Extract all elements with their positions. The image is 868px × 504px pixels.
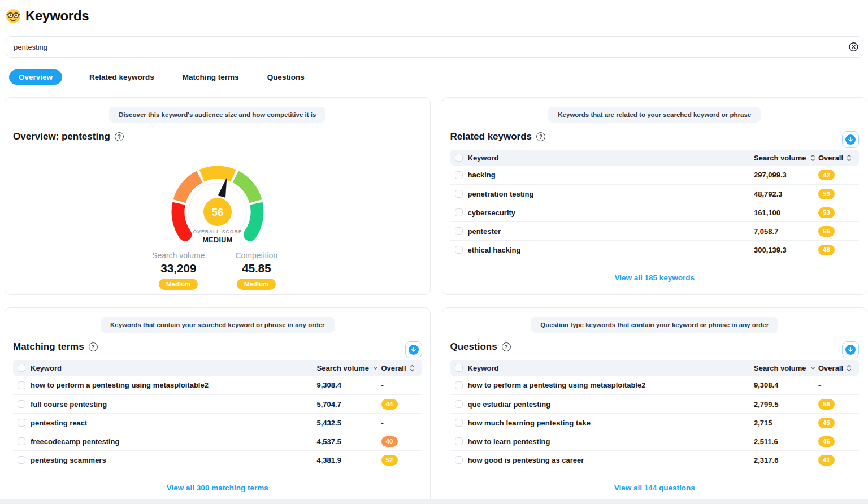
- overall-cell: 52: [381, 455, 422, 466]
- sort-icon[interactable]: [810, 154, 815, 162]
- search-volume-cell: 161,100: [754, 208, 818, 217]
- overall-score-badge: 40: [381, 436, 398, 447]
- table-row: cybersecurity161,10053: [450, 203, 860, 221]
- overall-cell: 42: [818, 170, 859, 180]
- row-checkbox[interactable]: [455, 190, 463, 198]
- overall-score-badge: 41: [818, 455, 835, 466]
- search-volume-cell: 9,308.4: [317, 381, 381, 389]
- search-volume-cell: 2,799.5: [754, 400, 818, 409]
- overall-score-badge: 59: [818, 189, 835, 199]
- divider: [5, 150, 430, 150]
- keyword-cell: que estudiar pentesting: [468, 400, 551, 409]
- overview-stats: Search volume 33,209 Medium Competition …: [5, 251, 430, 290]
- row-checkbox[interactable]: [455, 171, 463, 179]
- tab-bar: Overview Related keywords Matching terms…: [9, 69, 863, 85]
- select-all-checkbox[interactable]: [455, 364, 463, 372]
- row-checkbox[interactable]: [455, 419, 463, 427]
- overall-score-badge: 48: [818, 245, 835, 255]
- related-keywords-table: Keyword Search volume Overall hacking297…: [450, 150, 860, 259]
- column-overall: Overall: [818, 364, 843, 372]
- download-icon: [845, 345, 856, 355]
- gauge-score-value: 56: [211, 206, 223, 218]
- keyword-cell: full course pentesting: [31, 400, 107, 409]
- row-checkbox[interactable]: [455, 400, 463, 408]
- clear-search-button[interactable]: [848, 41, 860, 53]
- column-search-volume: Search volume: [754, 154, 806, 162]
- view-all-link[interactable]: View all 300 matching terms: [5, 484, 430, 492]
- download-icon: [845, 134, 856, 145]
- sort-icon[interactable]: [410, 364, 415, 372]
- matching-terms-table: Keyword Search volume Overall how to per…: [13, 360, 422, 469]
- no-score-dash: -: [818, 381, 821, 389]
- download-button[interactable]: [405, 341, 422, 358]
- table-row: pentesting scammers4,381.952: [13, 450, 422, 469]
- tab-overview[interactable]: Overview: [9, 69, 62, 85]
- search-volume-cell: 5,432.5: [317, 419, 381, 427]
- row-checkbox[interactable]: [18, 437, 25, 445]
- overall-cell: -: [381, 381, 422, 389]
- row-checkbox[interactable]: [18, 456, 25, 464]
- questions-card: Question type keywords that contain your…: [442, 307, 868, 499]
- sort-icon[interactable]: [847, 364, 852, 372]
- keyword-cell: pentester: [468, 227, 501, 236]
- gauge-score-level: MEDIUM: [202, 236, 232, 244]
- overview-card-title: Overview: pentesting: [13, 131, 110, 142]
- search-volume-cell: 4,537.5: [317, 437, 381, 446]
- column-search-volume: Search volume: [754, 364, 806, 372]
- select-all-checkbox[interactable]: [455, 154, 463, 162]
- tab-questions[interactable]: Questions: [266, 69, 306, 85]
- row-checkbox[interactable]: [18, 419, 25, 427]
- download-button[interactable]: [842, 131, 859, 148]
- tab-matching-terms[interactable]: Matching terms: [181, 69, 240, 85]
- stat-label: Search volume: [147, 251, 210, 260]
- view-all-link[interactable]: View all 144 questions: [442, 484, 867, 492]
- row-checkbox[interactable]: [455, 456, 463, 464]
- clear-circle-x-icon: [849, 42, 858, 52]
- search-volume-stat: Search volume 33,209 Medium: [147, 251, 210, 290]
- overall-cell: 46: [818, 436, 859, 447]
- table-row: penetration testing48,792.359: [450, 184, 860, 203]
- search-input[interactable]: [6, 36, 863, 58]
- table-row: pentesting react5,432.5-: [13, 413, 422, 432]
- download-icon: [409, 345, 419, 355]
- help-icon[interactable]: ?: [502, 342, 511, 351]
- select-all-checkbox[interactable]: [18, 364, 25, 372]
- table-row: how much learning pentesting take2,71545: [450, 413, 860, 432]
- overall-score-badge: 52: [381, 455, 398, 466]
- keyword-cell: freecodecamp pentesting: [31, 437, 120, 446]
- table-row: how to perform a pentesting using metasp…: [450, 376, 860, 394]
- overall-cell: 58: [818, 399, 859, 410]
- row-checkbox[interactable]: [455, 227, 463, 235]
- cards-grid: Discover this keyword's audience size an…: [0, 85, 868, 499]
- column-keyword: Keyword: [31, 364, 62, 372]
- download-button[interactable]: [842, 341, 859, 358]
- sort-icon[interactable]: [847, 154, 852, 162]
- row-checkbox[interactable]: [18, 381, 25, 389]
- row-checkbox[interactable]: [18, 400, 25, 408]
- help-icon[interactable]: ?: [536, 132, 545, 141]
- overall-cell: 41: [818, 455, 859, 466]
- sort-desc-icon[interactable]: [810, 366, 815, 370]
- help-icon[interactable]: ?: [115, 132, 124, 141]
- sort-desc-icon[interactable]: [373, 366, 378, 370]
- row-checkbox[interactable]: [455, 437, 463, 445]
- overall-score-gauge: 56 OVERALL SCORE MEDIUM: [5, 161, 430, 247]
- help-icon[interactable]: ?: [89, 342, 98, 351]
- overall-cell: 48: [818, 245, 859, 255]
- table-header: Keyword Search volume Overall: [450, 360, 860, 376]
- keyword-cell: pentesting react: [31, 419, 87, 427]
- row-checkbox[interactable]: [455, 208, 463, 216]
- overview-card: Discover this keyword's audience size an…: [5, 97, 431, 295]
- questions-table: Keyword Search volume Overall how to per…: [450, 360, 860, 469]
- stat-badge: Medium: [159, 279, 198, 290]
- keyword-cell: how much learning pentesting take: [468, 419, 591, 427]
- search-volume-cell: 2,715: [754, 419, 818, 427]
- tab-related-keywords[interactable]: Related keywords: [88, 69, 155, 85]
- view-all-link[interactable]: View all 185 keywords: [442, 273, 867, 282]
- app-header: Keywords Overview Related keywords Match…: [0, 0, 868, 85]
- overall-cell: -: [381, 419, 422, 427]
- search-volume-cell: 9,308.4: [754, 381, 818, 389]
- row-checkbox[interactable]: [455, 246, 463, 254]
- row-checkbox[interactable]: [455, 381, 463, 389]
- matching-terms-card: Keywords that contain your searched keyw…: [5, 307, 431, 499]
